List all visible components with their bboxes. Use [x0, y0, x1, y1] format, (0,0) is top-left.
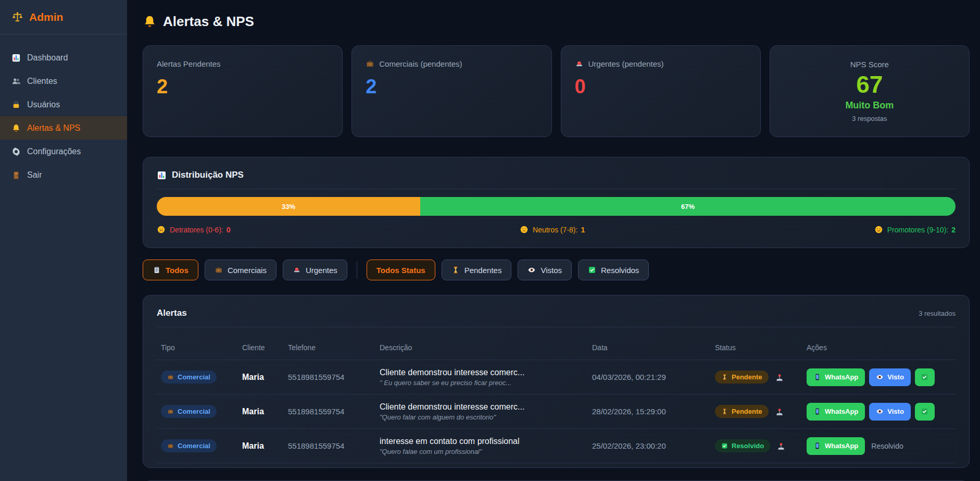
filter-label: Todos: [166, 266, 189, 275]
main-content: Alertas & NPS Alertas Pendentes 2 Comerc…: [127, 0, 980, 481]
distribution-title-text: Distribuição NPS: [172, 170, 244, 180]
filter-label: Pendentes: [464, 266, 502, 275]
sidebar-item-label: Usuários: [27, 100, 60, 109]
cliente-cell: Maria: [242, 441, 288, 451]
distribution-title: Distribuição NPS: [157, 170, 956, 180]
whatsapp-button[interactable]: WhatsApp: [807, 368, 865, 386]
joystick-icon[interactable]: [775, 407, 784, 416]
bell-icon: [143, 15, 157, 29]
stat-label: Alertas Pendentes: [157, 59, 221, 68]
nps-score-value: 67: [856, 72, 883, 96]
table-row: Comercial Maria 5518981559754 interesse …: [157, 429, 956, 463]
filter-urgentes[interactable]: Urgentes: [283, 260, 347, 280]
resolve-button[interactable]: [915, 368, 935, 386]
bar-segment-promoters: 67%: [420, 197, 956, 216]
whatsapp-label: WhatsApp: [825, 373, 858, 381]
visto-label: Visto: [887, 373, 904, 381]
bell-icon: [11, 124, 21, 133]
phone-icon: [813, 408, 821, 415]
tipo-badge: Comercial: [161, 371, 217, 384]
stat-label: Comerciais (pendentes): [379, 59, 462, 68]
nps-responses-count: 3 respostas: [852, 115, 887, 122]
divider: [157, 189, 956, 189]
filter-resolvidos[interactable]: Resolvidos: [578, 260, 649, 280]
sidebar: Admin Dashboard Clientes Usuários: [0, 0, 127, 481]
visto-button[interactable]: Visto: [869, 368, 911, 386]
sidebar-item-usuarios[interactable]: Usuários: [0, 93, 127, 116]
status-cell: Resolvido: [715, 439, 807, 452]
legend-count: 1: [581, 226, 585, 234]
check-icon: [921, 408, 928, 415]
scales-icon: [11, 11, 23, 23]
siren-icon: [293, 266, 301, 274]
whatsapp-button[interactable]: WhatsApp: [807, 403, 865, 421]
descricao-quote: " Eu quero saber se eu preciso ficar pre…: [380, 379, 592, 387]
bar-chart-icon: [11, 53, 21, 63]
whatsapp-label: WhatsApp: [825, 442, 858, 450]
briefcase-icon: [215, 266, 223, 274]
hourglass-icon: [721, 408, 728, 415]
filter-todos-status[interactable]: Todos Status: [367, 260, 435, 280]
nps-score-card: NPS Score 67 Muito Bom 3 respostas: [770, 45, 970, 137]
visto-button[interactable]: Visto: [869, 403, 911, 421]
distribution-legend: Detratores (0-6): 0 Neutros (7-8): 1 Pro…: [157, 225, 956, 234]
data-cell: 04/03/2026, 00:21:29: [592, 373, 715, 381]
people-icon: [11, 77, 21, 86]
sidebar-item-clientes[interactable]: Clientes: [0, 69, 127, 93]
bar-segment-detractors: 33%: [157, 197, 420, 216]
sidebar-item-alertas-nps[interactable]: Alertas & NPS: [0, 116, 127, 140]
status-label: Pendente: [732, 408, 762, 415]
stat-value: 0: [575, 76, 747, 98]
column-header-telefone: Telefone: [288, 343, 380, 352]
data-cell: 25/02/2026, 23:00:20: [592, 441, 715, 450]
status-badge: Pendente: [715, 371, 769, 384]
neutral-face-icon: [520, 225, 529, 234]
stat-card-alertas-pendentes: Alertas Pendentes 2: [143, 45, 343, 137]
filter-comerciais[interactable]: Comerciais: [205, 260, 277, 280]
data-cell: 28/02/2026, 15:29:00: [592, 407, 715, 416]
sidebar-item-label: Configurações: [27, 147, 81, 156]
joystick-icon[interactable]: [775, 373, 784, 382]
sidebar-item-configuracoes[interactable]: Configurações: [0, 140, 127, 163]
descricao-text: Cliente demonstrou interesse comerc...: [380, 368, 592, 377]
divider: [157, 327, 956, 327]
briefcase-icon: [167, 442, 174, 449]
table-header-row: Tipo Cliente Telefone Descrição Data Sta…: [157, 335, 956, 360]
tipo-badge: Comercial: [161, 439, 217, 452]
brand: Admin: [0, 0, 127, 34]
column-header-cliente: Cliente: [242, 343, 288, 352]
actions-cell: WhatsApp Visto: [807, 403, 951, 421]
check-icon: [721, 442, 728, 449]
filter-vistos[interactable]: Vistos: [518, 260, 572, 280]
status-badge: Resolvido: [715, 439, 770, 452]
cliente-cell: Maria: [242, 373, 288, 382]
bar-chart-icon: [157, 170, 167, 180]
descricao-cell: interesse em contato com profissional "Q…: [380, 437, 592, 455]
descricao-quote: "Quero falae com um profissional": [380, 448, 592, 455]
filter-todos[interactable]: Todos: [143, 260, 198, 280]
tipo-label: Comercial: [178, 442, 210, 450]
eye-icon: [527, 266, 536, 274]
brand-label: Admin: [29, 11, 63, 23]
descricao-cell: Cliente demonstrou interesse comerc... "…: [380, 402, 592, 421]
whatsapp-button[interactable]: WhatsApp: [807, 437, 865, 455]
eye-icon: [876, 373, 884, 381]
nps-distribution-bar: 33% 67%: [157, 197, 956, 216]
check-icon: [921, 373, 928, 381]
telefone-cell: 5518981559754: [288, 407, 380, 416]
status-label: Pendente: [732, 373, 762, 381]
column-header-descricao: Descrição: [380, 343, 592, 352]
sidebar-item-sair[interactable]: Sair: [0, 163, 127, 187]
joystick-icon[interactable]: [776, 441, 786, 451]
descricao-quote: "Quero falar com alguem do escritorio": [380, 413, 592, 421]
filter-label: Resolvidos: [601, 266, 639, 275]
filter-pendentes[interactable]: Pendentes: [442, 260, 512, 280]
telefone-cell: 5518981559754: [288, 441, 380, 450]
descricao-text: interesse em contato com profissional: [380, 437, 592, 446]
legend-label: Detratores (0-6):: [170, 226, 223, 234]
sidebar-item-dashboard[interactable]: Dashboard: [0, 46, 127, 69]
nps-title: NPS Score: [850, 60, 889, 69]
resolve-button[interactable]: [915, 403, 935, 421]
page-title-text: Alertas & NPS: [163, 14, 254, 30]
briefcase-icon: [366, 59, 374, 68]
